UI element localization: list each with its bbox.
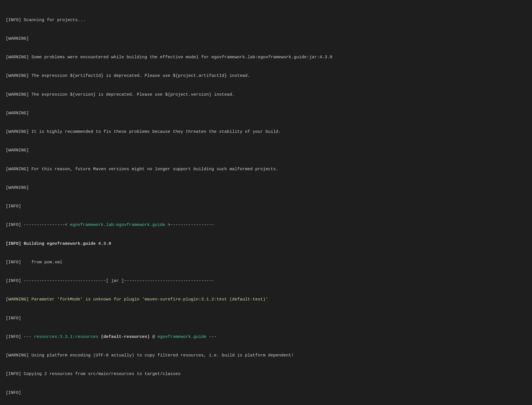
log-line: [INFO] Scanning for projects...	[6, 17, 526, 23]
log-line: [WARNING] It is highly recommended to fi…	[6, 129, 526, 135]
log-line: [WARNING]	[6, 110, 526, 117]
log-line: [INFO]	[6, 203, 526, 210]
log-line: [INFO] Copying 2 resources from src/main…	[6, 371, 526, 377]
log-line: [WARNING]	[6, 147, 526, 154]
log-line: [INFO]	[6, 390, 526, 396]
log-line: [WARNING] The expression ${artifactId} i…	[6, 73, 526, 79]
log-line: [INFO] ----------------< egovframework.l…	[6, 222, 526, 228]
log-line: [WARNING] Parameter 'forkMode' is unknow…	[6, 296, 526, 303]
log-line: [INFO] --- resources:3.3.1:resources (de…	[6, 334, 526, 340]
log-line: [INFO] Building egovframework.guide 4.3.…	[6, 241, 526, 247]
log-line: [WARNING]	[6, 36, 526, 42]
log-line: [WARNING] Using platform encoding (UTF-8…	[6, 352, 526, 359]
log-line: [WARNING] For this reason, future Maven …	[6, 166, 526, 173]
log-line: [INFO]	[6, 315, 526, 322]
terminal-output: [INFO] Scanning for projects... [WARNING…	[6, 5, 526, 405]
log-line: [INFO] from pom.xml	[6, 259, 526, 266]
log-line: [WARNING]	[6, 185, 526, 191]
log-line: [WARNING] The expression ${version} is d…	[6, 92, 526, 98]
log-line: [INFO] --------------------------------[…	[6, 278, 526, 284]
log-line: [WARNING] Some problems were encountered…	[6, 54, 526, 61]
